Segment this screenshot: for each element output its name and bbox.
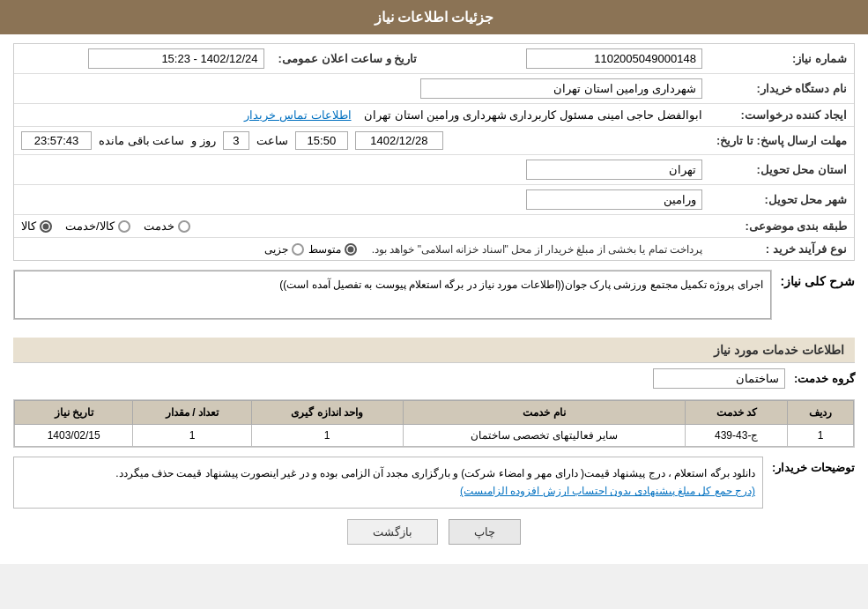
notes-line2: (درج جمع کل مبلغ پیشنهادی بدون احتساب ار… xyxy=(21,482,755,500)
notes-label: توضیحات خریدار: xyxy=(772,457,855,474)
row-category: طبقه بندی موضوعی: کالا کالا/خدمت xyxy=(14,215,854,238)
services-table: ردیف کد خدمت نام خدمت واحد اندازه گیری ت… xyxy=(14,400,854,447)
button-bar: چاپ بازگشت xyxy=(13,509,855,555)
description-box: اجرای پروژه تکمیل مجتمع ورزشی پارک جوان(… xyxy=(13,270,772,320)
category-options: کالا کالا/خدمت خدمت xyxy=(14,215,709,238)
remaining-time-input: 23:57:43 xyxy=(21,131,92,150)
days-input: 3 xyxy=(223,131,249,150)
radio-kala-khadmat-circle[interactable] xyxy=(118,220,130,233)
col-name: نام خدمت xyxy=(403,401,686,425)
row-process: نوع فرآیند خرید : پرداخت تمام یا بخشی از… xyxy=(14,238,854,261)
col-date: تاریخ نیاز xyxy=(15,401,133,425)
need-number-label: شماره نیاز: xyxy=(709,44,854,74)
city-label: شهر محل تحویل: xyxy=(709,185,854,215)
print-button[interactable]: چاپ xyxy=(449,519,521,545)
requester-value: ابوالفضل حاجی امینی مسئول کاربرداری شهرد… xyxy=(14,104,709,127)
main-content: شماره نیاز: 1102005049000148 تاریخ و ساع… xyxy=(0,34,868,564)
row-deadline: مهلت ارسال پاسخ: تا تاریخ: 23:57:43 ساعت… xyxy=(14,127,854,155)
description-label: شرح کلی نیاز: xyxy=(781,270,855,288)
description-textarea: اجرای پروژه تکمیل مجتمع ورزشی پارک جوان(… xyxy=(14,271,771,319)
notes-section: توضیحات خریدار: دانلود برگه استعلام ، در… xyxy=(13,457,855,509)
col-unit: واحد اندازه گیری xyxy=(251,401,403,425)
buyer-org-input: شهرداری ورامین استان تهران xyxy=(420,78,702,99)
row-province: استان محل تحویل: تهران xyxy=(14,155,854,185)
radio-khadmat: خدمت xyxy=(144,219,190,233)
info-table: شماره نیاز: 1102005049000148 تاریخ و ساع… xyxy=(14,44,854,260)
page-header: جزئیات اطلاعات نیاز xyxy=(0,0,868,34)
announcement-date-value: 1402/12/24 - 15:23 xyxy=(14,44,271,74)
row-city: شهر محل تحویل: ورامین xyxy=(14,185,854,215)
radio-kala-label: کالا xyxy=(21,219,36,233)
radio-jozii: جزیی xyxy=(264,243,304,256)
process-label: نوع فرآیند خرید : xyxy=(709,238,854,261)
time-input: 15:50 xyxy=(295,131,348,150)
need-number-input: 1102005049000148 xyxy=(526,48,702,69)
radio-kala-khadmat-label: کالا/خدمت xyxy=(65,219,115,233)
province-label: استان محل تحویل: xyxy=(709,155,854,185)
response-deadline-row: 23:57:43 ساعت باقی مانده روز و 3 ساعت 15… xyxy=(14,127,709,155)
date-input: 1402/12/28 xyxy=(355,131,443,150)
service-group-input: ساختمان xyxy=(653,368,785,389)
radio-motavaset: متوسط xyxy=(308,243,357,256)
radio-khadmat-circle[interactable] xyxy=(178,220,190,233)
back-button[interactable]: بازگشت xyxy=(347,519,438,545)
description-section: شرح کلی نیاز: اجرای پروژه تکمیل مجتمع ور… xyxy=(13,270,855,329)
table-row: 1ج-43-439سایر فعالیتهای تخصصی ساختمان111… xyxy=(15,425,854,447)
time-label: ساعت xyxy=(256,134,288,147)
radio-kala-circle[interactable] xyxy=(40,220,52,233)
radio-jozii-circle[interactable] xyxy=(292,243,304,256)
radio-motavaset-label: متوسط xyxy=(308,243,341,256)
need-number-value: 1102005049000148 xyxy=(452,44,709,74)
process-options-row: پرداخت تمام یا بخشی از مبلغ خریدار از مح… xyxy=(21,243,702,256)
service-group-row: گروه خدمت: ساختمان xyxy=(13,363,855,394)
city-input: ورامین xyxy=(526,189,702,210)
table-header-row: ردیف کد خدمت نام خدمت واحد اندازه گیری ت… xyxy=(15,401,854,425)
category-label: طبقه بندی موضوعی: xyxy=(709,215,854,238)
city-value: ورامین xyxy=(14,185,709,215)
col-qty: تعداد / مقدار xyxy=(133,401,251,425)
notes-content: دانلود برگه استعلام ، درج پیشنهاد قیمت( … xyxy=(13,457,763,509)
province-value: تهران xyxy=(14,155,709,185)
row-need-number: شماره نیاز: 1102005049000148 تاریخ و ساع… xyxy=(14,44,854,74)
radio-jozii-label: جزیی xyxy=(264,243,288,256)
response-deadline-label: مهلت ارسال پاسخ: تا تاریخ: xyxy=(709,127,854,155)
days-label: روز و xyxy=(191,134,216,147)
col-code: کد خدمت xyxy=(686,401,788,425)
contact-link[interactable]: اطلاعات تماس خریدار xyxy=(244,108,351,122)
province-input: تهران xyxy=(526,160,702,180)
buyer-org-value: شهرداری ورامین استان تهران xyxy=(14,74,709,104)
announcement-date-input: 1402/12/24 - 15:23 xyxy=(88,48,264,69)
radio-khadmat-label: خدمت xyxy=(144,219,174,233)
description-content: اجرای پروژه تکمیل مجتمع ورزشی پارک جوان(… xyxy=(13,270,772,329)
process-row: پرداخت تمام یا بخشی از مبلغ خریدار از مح… xyxy=(14,238,709,261)
page-title: جزئیات اطلاعات نیاز xyxy=(375,10,494,25)
announcement-date-label: تاریخ و ساعت اعلان عمومی: xyxy=(271,44,453,74)
remaining-label: ساعت باقی مانده xyxy=(99,134,184,147)
row-buyer-org: نام دستگاه خریدار: شهرداری ورامین استان … xyxy=(14,74,854,104)
requester-label: ایجاد کننده درخواست: xyxy=(709,104,854,127)
service-group-label: گروه خدمت: xyxy=(794,372,855,385)
notes-line1: دانلود برگه استعلام ، درج پیشنهاد قیمت( … xyxy=(21,464,755,482)
buyer-org-label: نام دستگاه خریدار: xyxy=(709,74,854,104)
services-section-title: اطلاعات خدمات مورد نیاز xyxy=(13,338,855,363)
info-section: شماره نیاز: 1102005049000148 تاریخ و ساع… xyxy=(13,43,855,261)
radio-kala-khadmat: کالا/خدمت xyxy=(65,219,130,233)
deadline-inline: 23:57:43 ساعت باقی مانده روز و 3 ساعت 15… xyxy=(21,131,702,150)
requester-text: ابوالفضل حاجی امینی مسئول کاربرداری شهرد… xyxy=(364,108,702,122)
row-requester: ایجاد کننده درخواست: ابوالفضل حاجی امینی… xyxy=(14,104,854,127)
process-note: پرداخت تمام یا بخشی از مبلغ خریدار از مح… xyxy=(372,243,702,256)
radio-motavaset-circle[interactable] xyxy=(345,243,357,256)
radio-kala: کالا xyxy=(21,219,52,233)
notes-box: دانلود برگه استعلام ، درج پیشنهاد قیمت( … xyxy=(13,457,763,509)
services-table-section: ردیف کد خدمت نام خدمت واحد اندازه گیری ت… xyxy=(13,399,855,448)
page-wrapper: جزئیات اطلاعات نیاز شماره نیاز: 11020050… xyxy=(0,0,868,564)
category-radio-group: کالا کالا/خدمت خدمت xyxy=(21,219,702,233)
col-radif: ردیف xyxy=(788,401,854,425)
